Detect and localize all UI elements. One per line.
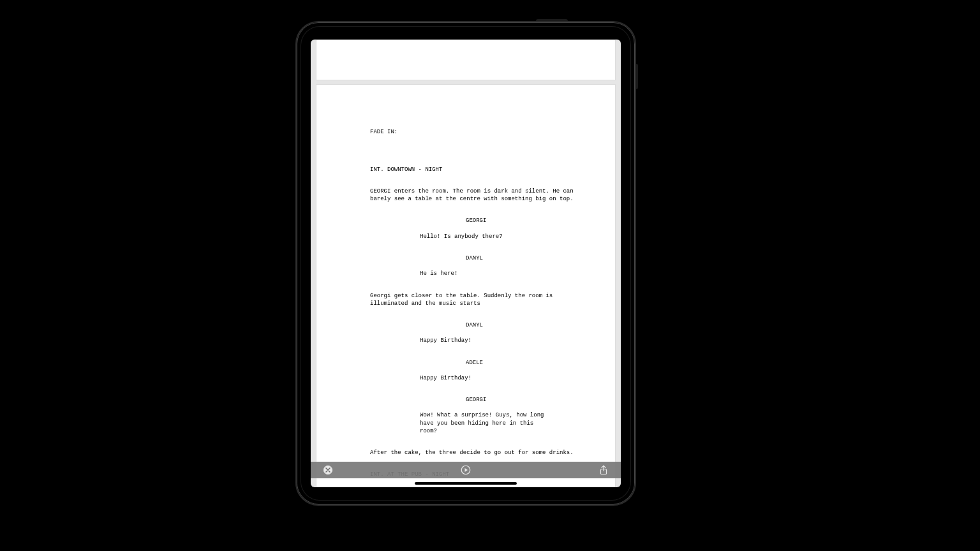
tablet-frame: FADE IN: INT. DOWNTOWN - NIGHT GEORGI en… — [295, 21, 636, 506]
share-button[interactable] — [598, 464, 609, 476]
camera-notch — [536, 19, 568, 21]
transition-fade-in: FADE IN: — [370, 128, 577, 136]
dialogue-1: Hello! Is anybody there? — [420, 233, 547, 240]
share-icon — [598, 464, 609, 476]
stage: FADE IN: INT. DOWNTOWN - NIGHT GEORGI en… — [0, 0, 980, 551]
action-3: After the cake, the three decide to go o… — [370, 449, 577, 457]
hardware-button — [636, 64, 638, 89]
spacer — [370, 143, 577, 151]
previous-page-fragment — [316, 40, 616, 80]
dialogue-3: Happy Birthday! — [420, 337, 547, 344]
dialogue-4: Happy Birthday! — [420, 374, 547, 382]
character-adele: ADELE — [466, 359, 577, 367]
character-danyl-2: DANYL — [466, 321, 577, 329]
preview-toolbar — [311, 462, 621, 478]
dialogue-5: Wow! What a surprise! Guys, how long hav… — [420, 411, 547, 434]
action-1: GEORGI enters the room. The room is dark… — [370, 187, 577, 203]
close-button[interactable] — [322, 464, 334, 476]
script-body: FADE IN: INT. DOWNTOWN - NIGHT GEORGI en… — [370, 121, 577, 487]
screen: FADE IN: INT. DOWNTOWN - NIGHT GEORGI en… — [311, 40, 621, 487]
play-icon — [460, 464, 471, 476]
scene-heading-1: INT. DOWNTOWN - NIGHT — [370, 166, 577, 173]
dialogue-2: He is here! — [420, 270, 547, 277]
character-danyl-1: DANYL — [466, 254, 577, 262]
action-2: Georgi gets closer to the table. Suddenl… — [370, 292, 577, 307]
play-button[interactable] — [460, 464, 471, 476]
close-icon — [322, 464, 334, 476]
character-georgi-1: GEORGI — [466, 217, 577, 224]
home-indicator[interactable] — [415, 482, 517, 485]
script-page: FADE IN: INT. DOWNTOWN - NIGHT GEORGI en… — [316, 84, 616, 487]
character-georgi-2: GEORGI — [466, 396, 577, 404]
